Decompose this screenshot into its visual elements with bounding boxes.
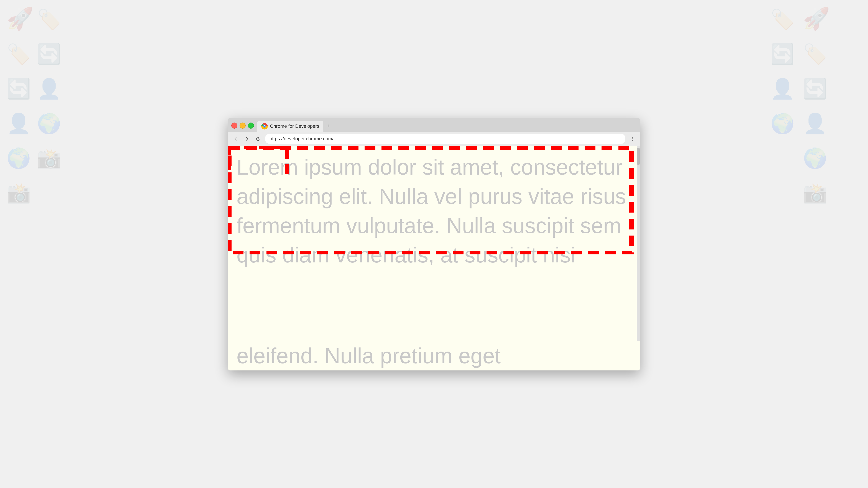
title-bar: Chrome for Developers + bbox=[228, 118, 640, 132]
svg-text:🔄: 🔄 bbox=[37, 42, 61, 66]
svg-text:🏷️: 🏷️ bbox=[37, 8, 61, 31]
tab-title: Chrome for Developers bbox=[270, 123, 319, 129]
browser-window: Chrome for Developers + bbox=[228, 118, 640, 370]
minimize-button[interactable] bbox=[240, 123, 246, 129]
svg-text:🏷️: 🏷️ bbox=[803, 42, 828, 66]
svg-text:👤: 👤 bbox=[770, 77, 795, 100]
svg-point-27 bbox=[632, 138, 633, 139]
svg-text:👤: 👤 bbox=[6, 112, 31, 135]
address-bar[interactable] bbox=[265, 134, 625, 144]
svg-text:🔄: 🔄 bbox=[770, 42, 795, 66]
forward-icon bbox=[245, 136, 249, 141]
reload-icon bbox=[256, 136, 260, 141]
below-fold-content: eleifend. Nulla pretium eget bbox=[228, 341, 640, 370]
svg-point-25 bbox=[264, 126, 265, 127]
svg-text:📸: 📸 bbox=[6, 181, 31, 204]
back-icon bbox=[233, 136, 238, 141]
scrollbar[interactable] bbox=[637, 146, 640, 341]
svg-text:🌍: 🌍 bbox=[37, 112, 61, 135]
svg-text:📸: 📸 bbox=[803, 181, 828, 204]
close-button[interactable] bbox=[231, 123, 238, 129]
below-fold-text: eleifend. Nulla pretium eget bbox=[237, 341, 623, 370]
menu-dots-icon bbox=[630, 136, 635, 141]
traffic-lights bbox=[231, 123, 254, 132]
svg-text:🏷️: 🏷️ bbox=[6, 42, 31, 66]
page-content: Lorem ipsum dolor sit amet, consectetur … bbox=[228, 146, 640, 341]
new-tab-button[interactable]: + bbox=[325, 122, 333, 130]
svg-text:🌍: 🌍 bbox=[770, 112, 795, 135]
svg-text:🏷️: 🏷️ bbox=[770, 8, 795, 31]
lorem-text: Lorem ipsum dolor sit amet, consectetur … bbox=[228, 146, 640, 276]
back-button[interactable] bbox=[231, 134, 240, 143]
svg-text:📸: 📸 bbox=[37, 147, 61, 170]
browser-tab[interactable]: Chrome for Developers bbox=[257, 121, 323, 132]
svg-text:👤: 👤 bbox=[37, 77, 61, 100]
toolbar bbox=[228, 132, 640, 146]
svg-text:🔄: 🔄 bbox=[803, 77, 828, 100]
svg-text:🔄: 🔄 bbox=[6, 77, 31, 100]
svg-text:🌍: 🌍 bbox=[6, 147, 31, 170]
svg-point-28 bbox=[632, 140, 633, 141]
maximize-button[interactable] bbox=[248, 123, 254, 129]
reload-button[interactable] bbox=[254, 134, 262, 143]
svg-text:🚀: 🚀 bbox=[803, 6, 830, 31]
svg-text:🚀: 🚀 bbox=[6, 6, 34, 31]
tab-favicon bbox=[261, 123, 268, 129]
menu-button[interactable] bbox=[628, 134, 637, 143]
scrollbar-thumb[interactable] bbox=[637, 148, 640, 165]
forward-button[interactable] bbox=[243, 134, 251, 143]
svg-text:👤: 👤 bbox=[803, 112, 828, 135]
svg-text:🌍: 🌍 bbox=[803, 147, 828, 170]
svg-point-26 bbox=[632, 137, 633, 138]
